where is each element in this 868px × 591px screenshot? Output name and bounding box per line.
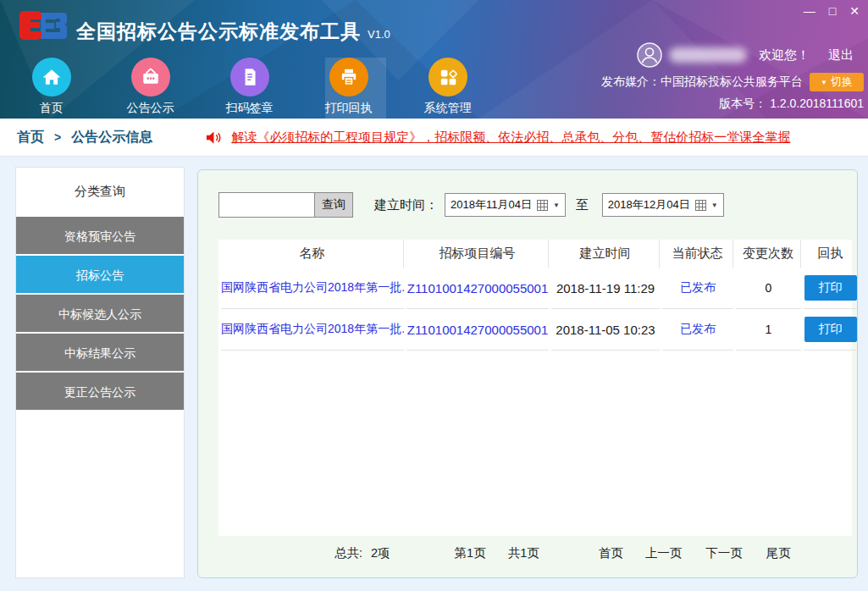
- printer-icon: [329, 58, 368, 97]
- project-code-link[interactable]: Z1101001427000055001: [407, 281, 549, 296]
- first-page-button[interactable]: 首页: [599, 545, 623, 561]
- project-code-link[interactable]: Z1101001427000055001: [407, 323, 549, 337]
- nav-label: 公告公示: [127, 101, 174, 116]
- version-value: 1.2.0.2018111601: [770, 97, 864, 110]
- sidebar-item-prequalification[interactable]: 资格预审公告: [16, 215, 184, 254]
- app-title-text: 全国招标公告公示标准发布工具: [76, 19, 361, 45]
- col-project-code: 招标项目编号: [406, 240, 549, 268]
- date-from-picker[interactable]: 2018年11月04日 ▼: [445, 193, 566, 217]
- sidebar-item-correction-announcement[interactable]: 更正公告公示: [16, 371, 184, 410]
- status-badge: 已发布: [662, 268, 733, 309]
- app-title: 全国招标公告公示标准发布工具 V1.0: [76, 19, 390, 45]
- nav-item-scan-sign[interactable]: 扫码签章: [200, 58, 299, 116]
- nav-label: 首页: [40, 101, 64, 116]
- app-logo-icon: [17, 8, 69, 47]
- version-label: 版本号：: [719, 97, 766, 110]
- maximize-icon[interactable]: □: [829, 4, 836, 18]
- home-icon: [32, 58, 71, 97]
- sidebar-header: 分类查询: [16, 168, 184, 215]
- nav-label: 打印回执: [325, 101, 373, 116]
- col-name: 名称: [221, 240, 404, 268]
- breadcrumb-current: 公告公示信息: [71, 129, 152, 146]
- announcement-icon: [131, 58, 170, 97]
- breadcrumb-separator: >: [54, 130, 61, 144]
- nav-item-announcements[interactable]: 公告公示: [101, 58, 200, 116]
- total-pages: 共1页: [508, 545, 539, 561]
- total-value: 2项: [371, 545, 390, 561]
- nav-item-system-admin[interactable]: 系统管理: [398, 58, 497, 116]
- nav-item-home[interactable]: 首页: [2, 58, 101, 116]
- created-time: 2018-11-05 10:23: [551, 309, 660, 351]
- date-range-label: 建立时间：: [374, 197, 438, 213]
- minimize-icon[interactable]: —: [804, 4, 815, 18]
- query-button[interactable]: 查询: [314, 192, 353, 218]
- app-window: 全国招标公告公示标准发布工具 V1.0 — □ ✕ 欢迎您！ 退出 发布媒介： …: [0, 0, 868, 591]
- welcome-text: 欢迎您！: [759, 47, 810, 64]
- publish-media-value: 中国招标投标公共服务平台: [661, 75, 803, 90]
- col-created-time: 建立时间: [551, 240, 660, 268]
- col-status: 当前状态: [662, 240, 733, 268]
- notice-marquee: 解读《必须招标的工程项目规定》，招标限额、依法必招、总承包、分包、暂估价招标一堂…: [205, 130, 790, 146]
- app-version-tag: V1.0: [368, 28, 390, 41]
- date-to-picker[interactable]: 2018年12月04日 ▼: [602, 193, 724, 217]
- calendar-icon: [537, 200, 548, 211]
- date-to-label: 至: [576, 197, 589, 213]
- table-row: 国网陕西省电力公司2018年第一批... Z110100142700005500…: [221, 309, 857, 351]
- avatar-icon: [637, 42, 662, 68]
- username-redacted: [669, 47, 747, 63]
- breadcrumb: 首页 > 公告公示信息: [17, 129, 152, 146]
- sidebar-item-winning-candidates[interactable]: 中标候选人公示: [16, 293, 184, 332]
- app-header: 全国招标公告公示标准发布工具 V1.0 — □ ✕ 欢迎您！ 退出 发布媒介： …: [0, 0, 868, 119]
- chevron-down-icon: ▼: [821, 79, 827, 86]
- status-badge: 已发布: [662, 309, 733, 351]
- close-icon[interactable]: ✕: [849, 4, 860, 18]
- pagination: 总共: 2项 第1页 共1页 首页 上一页 下一页 尾页: [218, 545, 852, 561]
- nav-label: 扫码签章: [226, 101, 274, 116]
- calendar-icon: [695, 200, 706, 211]
- sidebar-item-winning-results[interactable]: 中标结果公示: [16, 332, 184, 371]
- breadcrumb-bar: 首页 > 公告公示信息 解读《必须招标的工程项目规定》，招标限额、依法必招、总承…: [0, 119, 868, 157]
- col-change-count: 变更次数: [736, 240, 801, 268]
- created-time: 2018-11-19 11:29: [551, 268, 660, 309]
- speaker-icon: [205, 130, 221, 146]
- announcement-name-link[interactable]: 国网陕西省电力公司2018年第一批...: [221, 322, 404, 335]
- table-row: 国网陕西省电力公司2018年第一批... Z110100142700005500…: [221, 268, 857, 309]
- document-icon: [230, 58, 269, 97]
- date-to-value: 2018年12月04日: [608, 197, 690, 213]
- search-toolbar: 查询 建立时间： 2018年11月04日 ▼ 至 2018年12月04日 ▼: [218, 192, 724, 218]
- print-button[interactable]: 打印: [804, 317, 857, 342]
- prev-page-button[interactable]: 上一页: [645, 545, 683, 561]
- change-count: 0: [736, 268, 801, 309]
- modules-icon: [428, 58, 467, 97]
- change-count: 1: [736, 309, 801, 351]
- window-controls: — □ ✕: [804, 4, 860, 18]
- announcement-table: 名称 招标项目编号 建立时间 当前状态 变更次数 回执 国网陕西省电力公司201…: [218, 240, 852, 536]
- main-nav: 首页 公告公示: [2, 58, 497, 116]
- notice-link[interactable]: 解读《必须招标的工程项目规定》，招标限额、依法必招、总承包、分包、暂估价招标一堂…: [231, 130, 790, 146]
- logout-button[interactable]: 退出: [828, 47, 854, 64]
- last-page-button[interactable]: 尾页: [766, 545, 791, 561]
- nav-item-print-receipt[interactable]: 打印回执: [299, 58, 398, 116]
- sidebar-item-tender-announcement[interactable]: 招标公告: [16, 254, 184, 293]
- table-header-row: 名称 招标项目编号 建立时间 当前状态 变更次数 回执: [221, 240, 857, 268]
- col-receipt: 回执: [804, 240, 857, 268]
- version-row: 版本号： 1.2.0.2018111601: [719, 97, 864, 112]
- switch-media-button[interactable]: ▼ 切换: [810, 73, 864, 91]
- print-button[interactable]: 打印: [804, 275, 857, 301]
- keyword-input[interactable]: [218, 192, 315, 218]
- breadcrumb-home[interactable]: 首页: [17, 129, 44, 146]
- current-page: 第1页: [455, 545, 486, 561]
- total-label: 总共:: [334, 545, 362, 561]
- date-from-value: 2018年11月04日: [451, 197, 532, 213]
- publish-media-row: 发布媒介： 中国招标投标公共服务平台 ▼ 切换: [601, 73, 864, 91]
- nav-label: 系统管理: [424, 101, 472, 116]
- next-page-button[interactable]: 下一页: [705, 545, 743, 561]
- chevron-down-icon: ▼: [553, 202, 560, 209]
- switch-media-label: 切换: [831, 75, 853, 90]
- content-panel: 查询 建立时间： 2018年11月04日 ▼ 至 2018年12月04日 ▼: [197, 169, 858, 578]
- announcement-name-link[interactable]: 国网陕西省电力公司2018年第一批...: [221, 280, 404, 294]
- publish-media-label: 发布媒介：: [601, 75, 661, 90]
- user-row: 欢迎您！ 退出: [637, 42, 854, 68]
- category-sidebar: 分类查询 资格预审公告 招标公告 中标候选人公示 中标结果公示 更正公告公示: [15, 167, 185, 578]
- chevron-down-icon: ▼: [711, 202, 718, 209]
